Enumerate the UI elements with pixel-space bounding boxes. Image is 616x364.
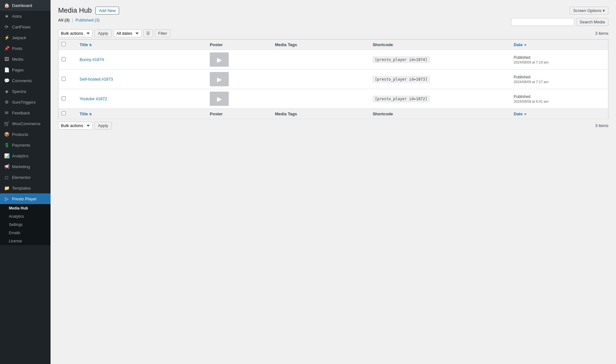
filter-all[interactable]: All (3): [58, 18, 71, 22]
bulk-actions-select-top[interactable]: Bulk actions: [58, 29, 93, 37]
row-checkbox-1872[interactable]: [62, 96, 66, 100]
sidebar-item-label: Media: [12, 57, 23, 62]
sidebar-item-astra[interactable]: ★Astra: [0, 11, 51, 21]
sidebar-item-products[interactable]: 📦Products: [0, 129, 51, 140]
sidebar-item-dashboard[interactable]: 🏠Dashboard: [0, 0, 51, 11]
row-title-link-1873[interactable]: Self-hosted #1873: [80, 77, 113, 82]
products-icon: 📦: [4, 131, 9, 137]
table-footer-row: Title ⇅ Poster Media Tags Shortcode Date…: [58, 109, 608, 119]
sidebar: 🏠Dashboard★Astra⟳CartFlows⚡Jetpack📌Posts…: [0, 0, 51, 364]
sort-icon-date: ▼: [524, 43, 527, 47]
presto-player-icon: ▷: [4, 196, 9, 202]
add-new-button[interactable]: Add New: [95, 7, 119, 15]
filter-tabs: All (3) | Published (3): [58, 18, 100, 22]
sidebar-item-label: Elementor: [12, 175, 31, 180]
date-value-1872: 2024/08/09 at 6:41 am: [514, 100, 548, 103]
search-input[interactable]: [511, 18, 574, 26]
sort-icon-title-bottom: ⇅: [89, 112, 92, 116]
sidebar-item-marketing[interactable]: 📢Marketing: [0, 161, 51, 172]
filter-button[interactable]: Filter: [155, 29, 171, 37]
sidebar-item-label: Spectra: [12, 89, 26, 94]
dates-filter-select[interactable]: All dates: [114, 29, 142, 37]
row-title-cell: Self-hosted #1873 Edit | Quick Edit | Tr…: [76, 70, 207, 89]
row-date-cell-1872: Published 2024/08/09 at 6:41 am: [510, 89, 608, 109]
feedback-icon: ✉: [4, 110, 9, 116]
shortcode-badge-1872[interactable]: [presto_player id=1872]: [373, 96, 430, 102]
sidebar-item-cartflows[interactable]: ⟳CartFlows: [0, 21, 51, 32]
table-row: Self-hosted #1873 Edit | Quick Edit | Tr…: [58, 70, 608, 89]
sidebar-item-label: Templates: [12, 186, 31, 191]
sidebar-item-label: Jetpack: [12, 35, 26, 40]
apply-button-bottom[interactable]: Apply: [94, 122, 112, 130]
screen-options-button[interactable]: Screen Options ▾: [570, 7, 608, 15]
bulk-actions-select-bottom[interactable]: Bulk actions: [58, 122, 93, 130]
sidebar-item-label: Analytics: [12, 154, 28, 158]
submenu-label: License: [9, 239, 22, 243]
row-checkbox-cell: [58, 89, 77, 109]
sidebar-item-payments[interactable]: 💲Payments: [0, 140, 51, 150]
sort-date-link-bottom[interactable]: Date ▼: [514, 112, 527, 116]
sidebar-item-presto-player[interactable]: ▷Presto Player: [0, 193, 51, 204]
sidebar-item-label: Dashboard: [12, 3, 32, 8]
shortcode-badge-1873[interactable]: [presto_player id=1873]: [373, 76, 430, 82]
sidebar-item-label: Pages: [12, 68, 24, 72]
sort-date-link[interactable]: Date ▼: [514, 42, 527, 47]
submenu-item-analytics[interactable]: Analytics: [0, 212, 51, 221]
astra-icon: ★: [4, 13, 9, 19]
row-title-link-1872[interactable]: Youtube #1872: [80, 96, 107, 101]
main-content: Media Hub Add New Screen Options ▾ All (…: [51, 0, 616, 364]
sidebar-item-label: Astra: [12, 14, 21, 19]
date-value-1874: 2024/08/09 at 7:19 am: [514, 60, 548, 64]
row-checkbox-1874[interactable]: [62, 57, 66, 61]
sidebar-item-pages[interactable]: 📄Pages: [0, 64, 51, 75]
media-table: Title ⇅ Poster Media Tags Shortcode Date…: [58, 39, 608, 119]
row-shortcode-cell-1872: [presto_player id=1872]: [370, 89, 511, 109]
sidebar-item-feedback[interactable]: ✉Feedback: [0, 107, 51, 118]
sidebar-item-label: Marketing: [12, 164, 30, 169]
col-header-date: Date ▼: [510, 39, 608, 50]
sidebar-item-jetpack[interactable]: ⚡Jetpack: [0, 32, 51, 43]
sidebar-item-label: Products: [12, 132, 28, 137]
col-header-shortcode: Shortcode: [370, 39, 511, 50]
sidebar-item-media[interactable]: 🖼Media: [0, 54, 51, 64]
shortcode-badge-1874[interactable]: [presto_player id=1874]: [373, 57, 430, 63]
poster-thumb-1872: ▶: [210, 92, 229, 106]
sort-title-link-bottom[interactable]: Title ⇅: [80, 112, 92, 116]
row-poster-cell: ▶: [207, 50, 272, 70]
col-footer-date: Date ▼: [510, 109, 608, 119]
row-checkbox-1873[interactable]: [62, 77, 66, 81]
sort-title-link[interactable]: Title ⇅: [80, 42, 92, 47]
page-title-row: Media Hub Add New: [58, 6, 119, 15]
sidebar-item-spectra[interactable]: ◈Spectra: [0, 86, 51, 97]
row-checkbox-cell: [58, 70, 77, 89]
col-header-tags: Media Tags: [272, 39, 369, 50]
search-media-button[interactable]: Search Media: [576, 18, 608, 26]
row-date-cell-1874: Published 2024/08/09 at 7:19 am: [510, 50, 608, 70]
submenu-item-emails[interactable]: Emails: [0, 229, 51, 237]
submenu-label: Media Hub: [9, 206, 28, 210]
sort-icon-date-bottom: ▼: [524, 112, 527, 116]
apply-button-top[interactable]: Apply: [94, 29, 112, 37]
col-footer-shortcode: Shortcode: [370, 109, 511, 119]
submenu-item-media-hub[interactable]: Media Hub: [0, 204, 51, 212]
sidebar-item-analytics[interactable]: 📊Analytics: [0, 150, 51, 161]
col-footer-checkbox: [58, 109, 77, 119]
submenu-label: Analytics: [9, 214, 24, 219]
sidebar-item-label: Presto Player: [12, 197, 37, 201]
marketing-icon: 📢: [4, 164, 9, 169]
sidebar-item-templates[interactable]: 📁Templates: [0, 183, 51, 193]
sidebar-item-elementor[interactable]: ◻Elementor: [0, 172, 51, 183]
submenu-item-settings[interactable]: Settings: [0, 221, 51, 229]
select-all-checkbox-top[interactable]: [62, 42, 66, 46]
grid-icon-button[interactable]: ☰: [143, 29, 153, 37]
submenu-item-license[interactable]: License: [0, 237, 51, 245]
sidebar-item-comments[interactable]: 💬Comments: [0, 75, 51, 86]
filter-published[interactable]: Published (3): [75, 18, 100, 22]
sidebar-item-woocommerce[interactable]: 🛒WooCommerce: [0, 118, 51, 129]
sidebar-item-suretriggers[interactable]: ⚙SureTriggers: [0, 97, 51, 107]
sidebar-item-posts[interactable]: 📌Posts: [0, 43, 51, 54]
col-header-poster: Poster: [207, 39, 272, 50]
row-title-link-1874[interactable]: Bunny #1874: [80, 57, 104, 62]
select-all-checkbox-bottom[interactable]: [62, 111, 66, 115]
row-tags-cell-1874: [272, 50, 369, 70]
